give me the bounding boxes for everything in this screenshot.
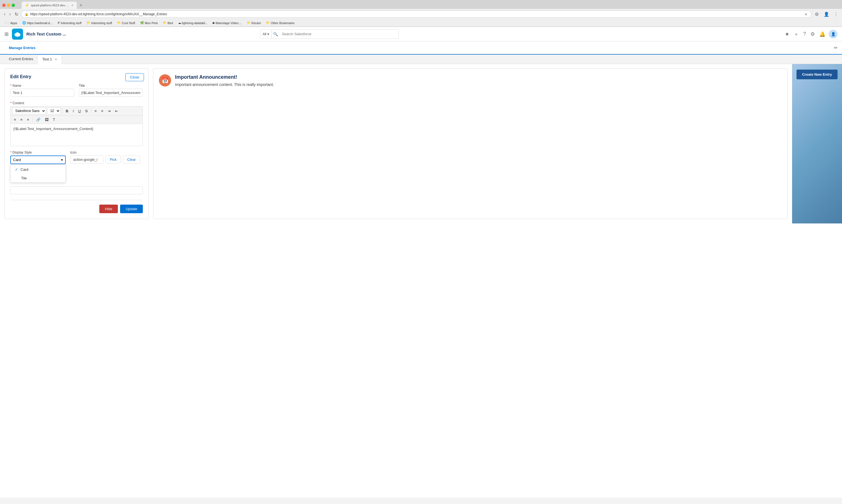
app-launcher-icon[interactable]: ⊞: [4, 31, 8, 37]
notification-icon[interactable]: 🔔: [818, 30, 826, 38]
align-left-button[interactable]: ≡: [12, 117, 18, 123]
align-center-button[interactable]: ≡: [19, 117, 24, 123]
display-style-value: Card: [13, 158, 21, 162]
bookmark-other[interactable]: 📁 Other Bookmarks: [265, 20, 295, 25]
clear-button[interactable]: Clear: [123, 156, 140, 164]
content-area: Current Entries Test 1 ✕ Edit Entry Clos…: [0, 55, 842, 223]
bookmark-favicon: 📁: [117, 21, 121, 25]
bold-button[interactable]: B: [64, 108, 70, 114]
content-required-indicator: *: [10, 101, 12, 105]
content-field: * Content Salesforce Sans 12: [10, 101, 143, 146]
favorites-icon[interactable]: ★: [784, 30, 790, 38]
user-avatar[interactable]: 👤: [829, 30, 838, 38]
title-input[interactable]: [79, 89, 143, 97]
window-controls: [2, 4, 15, 7]
icon-value-display: action:google_i: [70, 156, 104, 164]
content-label: * Content: [10, 101, 143, 105]
pick-button[interactable]: Pick: [106, 156, 121, 164]
underline-button[interactable]: U: [76, 108, 83, 114]
align-right-button[interactable]: ≡: [25, 117, 31, 123]
title-label: Title: [79, 84, 143, 88]
bookmark-kloutor[interactable]: 📁 Kloutor: [246, 20, 262, 25]
bookmark-lightning[interactable]: ☁ lightning-datatabl...: [177, 20, 209, 25]
bookmark-favicon: 📁: [266, 21, 270, 25]
tab-close-icon[interactable]: ✕: [71, 4, 73, 7]
font-family-select[interactable]: Salesforce Sans: [12, 108, 46, 114]
bookmark-mainstage[interactable]: ▶ Mainstage Video:...: [212, 20, 243, 25]
nav-item-manage-entries[interactable]: Manage Entries: [4, 41, 40, 55]
new-tab-button[interactable]: +: [77, 2, 84, 9]
menu-icon[interactable]: ⋮: [832, 11, 839, 17]
bookmark-sme[interactable]: ✗ Interesting stuff: [56, 20, 83, 25]
display-style-select[interactable]: Card ▾: [10, 156, 66, 164]
bookmarks-apps[interactable]: ⋮⋮ Apps: [3, 21, 18, 25]
tab-test1[interactable]: Test 1 ✕: [37, 55, 61, 64]
reload-button[interactable]: ↻: [14, 11, 19, 17]
dropdown-item-tile[interactable]: Tile: [11, 174, 66, 182]
image-button[interactable]: 🖼: [43, 117, 50, 123]
create-new-entry-button[interactable]: Create New Entry: [796, 70, 838, 79]
tab-current-entries[interactable]: Current Entries: [4, 55, 37, 64]
display-style-select-wrapper: Card ▾ ✓ Card: [10, 156, 66, 164]
bookmark-mooperk[interactable]: 🌿 Moo Perk: [139, 20, 159, 25]
ordered-list-button[interactable]: ≡: [100, 108, 105, 114]
maximize-window-dot[interactable]: [12, 4, 15, 7]
header-actions: ★ ＋ ? ⚙ 🔔 👤: [784, 30, 838, 38]
rich-text-toolbar: Salesforce Sans 12 B I U S: [10, 106, 143, 124]
rte-toolbar-row1: Salesforce Sans 12 B I U S: [11, 106, 143, 115]
icon-input-row: action:google_i Pick Clear: [70, 156, 143, 164]
search-input[interactable]: [280, 31, 398, 37]
address-bar[interactable]: 🔒 https://speed-platform-4523-dev-ed.lig…: [21, 11, 811, 18]
edit-pencil-icon[interactable]: ✏: [834, 45, 838, 51]
search-scope-selector[interactable]: All ▾: [261, 30, 271, 38]
edit-entry-panel: Edit Entry Close * Name Title: [4, 69, 149, 219]
outdent-button[interactable]: ⇤: [113, 108, 120, 114]
bookmark-bed[interactable]: 📁 Bed: [162, 20, 174, 25]
close-window-dot[interactable]: [2, 4, 5, 7]
back-button[interactable]: ‹: [3, 11, 6, 17]
rte-content-area[interactable]: {!$Label.Test_Important_Announcement_Con…: [10, 124, 143, 146]
tab-close-icon[interactable]: ✕: [55, 58, 57, 61]
extensions-icon[interactable]: ⚙: [813, 11, 820, 17]
strikethrough-button[interactable]: S: [84, 108, 89, 114]
update-button[interactable]: Update: [120, 204, 143, 213]
forward-button[interactable]: ›: [8, 11, 12, 17]
unordered-list-button[interactable]: ≡: [93, 108, 98, 114]
bookmark-label: lightning-datatabl...: [182, 21, 208, 25]
display-style-label: * Display Style: [10, 150, 66, 155]
bookmark-coolstuff[interactable]: 📁 Cool Stuff: [116, 20, 136, 25]
bookmark-webmail[interactable]: 🌐 https://webmail.d...: [21, 20, 54, 25]
bookmark-favicon: 🌿: [140, 21, 144, 25]
add-icon[interactable]: ＋: [793, 30, 800, 38]
right-sidebar: Create New Entry: [792, 64, 842, 223]
hide-button[interactable]: Hide: [99, 204, 118, 213]
salesforce-cloud-logo: [14, 31, 21, 37]
setup-icon[interactable]: ⚙: [809, 30, 816, 38]
dropdown-item-card[interactable]: ✓ Card: [11, 165, 66, 174]
icon-field-wrapper: Icon action:google_i Pick Clear: [70, 150, 143, 164]
clear-format-button[interactable]: T: [51, 117, 57, 123]
toolbar-separator: [91, 108, 91, 113]
help-icon[interactable]: ?: [802, 30, 807, 38]
indent-button[interactable]: ⇥: [106, 108, 112, 114]
display-style-row: * Display Style Card ▾: [10, 150, 143, 164]
name-input[interactable]: [10, 89, 74, 97]
search-bar[interactable]: All ▾ 🔍: [260, 30, 399, 39]
announcement-title: Important Announcement!: [175, 74, 274, 80]
close-button[interactable]: Close: [125, 73, 144, 81]
italic-button[interactable]: I: [71, 108, 75, 114]
profile-icon[interactable]: 👤: [822, 11, 831, 17]
minimize-window-dot[interactable]: [7, 4, 10, 7]
announcement-icon-symbol: 📅: [162, 77, 168, 84]
extra-input[interactable]: [10, 186, 143, 194]
browser-chrome: ⚡ speed-platform-4523-dev-ed... ✕ + ‹ › …: [0, 0, 842, 27]
bookmark-interesting[interactable]: 📁 Interesting stuff: [85, 20, 113, 25]
main-area: Edit Entry Close * Name Title: [0, 64, 842, 223]
bookmark-label: Cool Stuff: [122, 21, 135, 25]
link-button[interactable]: 🔗: [34, 117, 42, 123]
browser-tab-inactive[interactable]: ⚡ speed-platform-4523-dev-ed... ✕: [22, 2, 77, 9]
rte-toolbar-row2: ≡ ≡ ≡ 🔗 🖼 T: [11, 115, 143, 124]
edit-panel-title: Edit Entry: [10, 74, 143, 79]
tab-strip: Current Entries Test 1 ✕: [0, 55, 842, 64]
font-size-select[interactable]: 12: [47, 108, 60, 114]
